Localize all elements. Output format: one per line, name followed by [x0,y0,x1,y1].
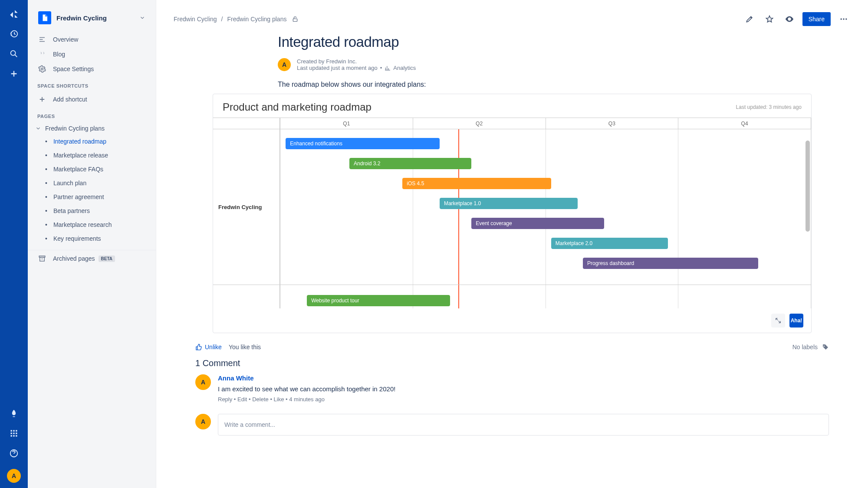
star-icon[interactable] [763,12,776,26]
like-status: You like this [229,344,261,350]
roadmap-updated: Last updated: 3 minutes ago [736,104,802,110]
roadmap-bar[interactable]: iOS 4.5 [402,178,551,189]
svg-rect-9 [13,435,14,436]
page-actions: Share [743,12,851,26]
add-shortcut[interactable]: Add shortcut [28,92,156,107]
create-icon[interactable] [5,65,23,82]
quarter-header: Q2 [413,118,546,129]
roadmap-bar[interactable]: Event coverage [471,218,604,229]
page-tree-item[interactable]: Marketplace release [28,148,156,162]
author-avatar[interactable]: A [278,58,291,71]
share-button[interactable]: Share [802,12,831,26]
roadmap-bar[interactable]: Progress dashboard [583,258,758,269]
created-by: Created by Fredwin Inc. [297,58,416,65]
svg-point-1 [11,51,16,56]
unlike-button[interactable]: Unlike [195,344,222,350]
comment-actions: Reply • Edit • Delete • Like • 4 minutes… [218,396,829,403]
overview-icon [37,36,47,43]
roadmap-title: Product and marketing roadmap [223,101,372,113]
page-tree-item[interactable]: Integrated roadmap [28,134,156,148]
comments-section: 1 Comment A Anna White I am excited to s… [178,358,846,436]
svg-rect-8 [11,435,12,436]
search-icon[interactable] [5,45,23,62]
roadmap-bar[interactable]: Website product tour [307,295,450,306]
comment-input[interactable] [218,414,829,436]
archived-pages[interactable]: Archived pages BETA [28,250,156,267]
gear-icon [37,65,47,73]
chevron-down-icon [34,125,43,131]
profile-avatar[interactable]: A [7,469,21,483]
tree-root[interactable]: Fredwin Cycling plans [28,122,156,134]
page-tree-item[interactable]: Marketplace FAQs [28,162,156,176]
comments-heading: 1 Comment [195,358,829,368]
roadmap-bar[interactable]: Marketplace 1.0 [440,198,578,209]
nav-label: Blog [53,51,65,58]
roadmap-scrollbar[interactable] [806,141,810,232]
comment-item: A Anna White I am excited to see what we… [195,374,829,403]
comment-avatar[interactable]: A [195,374,211,390]
comment-time: 4 minutes ago [289,396,325,403]
roadmap-bar[interactable]: Android 3.2 [349,158,471,169]
page-tree-item[interactable]: Launch plan [28,176,156,190]
nav-overview[interactable]: Overview [28,32,156,47]
page-tree-item[interactable]: Partner agreement [28,190,156,204]
pages-heading: PAGES [28,107,156,122]
roadmap-row-label: Fredwin Cycling [213,129,279,285]
roadmap-bar[interactable]: Marketplace 2.0 [551,238,668,249]
recent-icon[interactable] [5,25,23,43]
last-updated: Last updated just a moment ago [297,65,378,71]
global-nav-rail: A [0,0,28,488]
archive-icon [37,255,47,262]
svg-rect-4 [16,430,17,432]
roadmap-bar[interactable]: Enhanced notifications [286,138,440,149]
expand-icon[interactable] [771,314,785,328]
quickstart-icon[interactable] [5,405,23,422]
dot-sep: • [380,65,382,71]
compose-avatar: A [195,414,211,429]
add-shortcut-label: Add shortcut [53,96,87,103]
logo-icon[interactable] [5,5,23,23]
page-tree-item[interactable]: Key requirements [28,232,156,246]
archived-label: Archived pages [53,255,95,262]
byline: A Created by Fredwin Inc. Last updated j… [278,58,746,71]
space-sidebar: Fredwin Cycling Overview Blog Space Sett… [28,0,156,488]
svg-point-16 [789,18,790,20]
comment-action[interactable]: Like [274,396,284,403]
comment-action[interactable]: Delete [252,396,269,403]
aha-badge[interactable]: Aha! [789,314,803,328]
svg-point-17 [841,18,842,20]
help-icon[interactable] [5,445,23,462]
tree-root-label: Fredwin Cycling plans [45,125,105,132]
comment-author[interactable]: Anna White [218,374,829,382]
space-selector[interactable]: Fredwin Cycling [31,7,152,29]
crumb-parent[interactable]: Fredwin Cycling [174,16,217,23]
nav-settings[interactable]: Space Settings [28,62,156,76]
page-tree-item[interactable]: Beta partners [28,204,156,218]
comment-body: I am excited to see what we can accompli… [218,385,829,393]
shortcuts-heading: SPACE SHORTCUTS [28,76,156,92]
chevron-down-icon [139,15,145,21]
svg-point-19 [845,18,847,20]
crumb-current[interactable]: Fredwin Cycling plans [227,16,286,23]
svg-rect-5 [11,432,12,434]
reactions-row: Unlike You like this No labels [178,344,846,350]
svg-point-12 [41,68,43,70]
today-line [458,129,459,308]
apps-icon[interactable] [5,425,23,442]
restrictions-icon[interactable] [292,16,299,23]
analytics-link[interactable]: Analytics [385,65,416,71]
no-labels-text: No labels [792,344,818,350]
comment-action[interactable]: Reply [218,396,232,403]
watch-icon[interactable] [783,12,796,26]
comment-action[interactable]: Edit [237,396,247,403]
main-content: Fredwin Cycling / Fredwin Cycling plans … [156,0,868,488]
plus-icon [37,95,47,103]
page-tree-item[interactable]: Marketplace research [28,218,156,232]
quarter-header: Q1 [280,118,413,129]
label-icon[interactable] [822,344,829,350]
nav-blog[interactable]: Blog [28,47,156,62]
edit-icon[interactable] [743,12,756,26]
svg-rect-7 [16,432,17,434]
more-icon[interactable] [837,12,851,26]
crumb-separator: / [221,16,223,23]
